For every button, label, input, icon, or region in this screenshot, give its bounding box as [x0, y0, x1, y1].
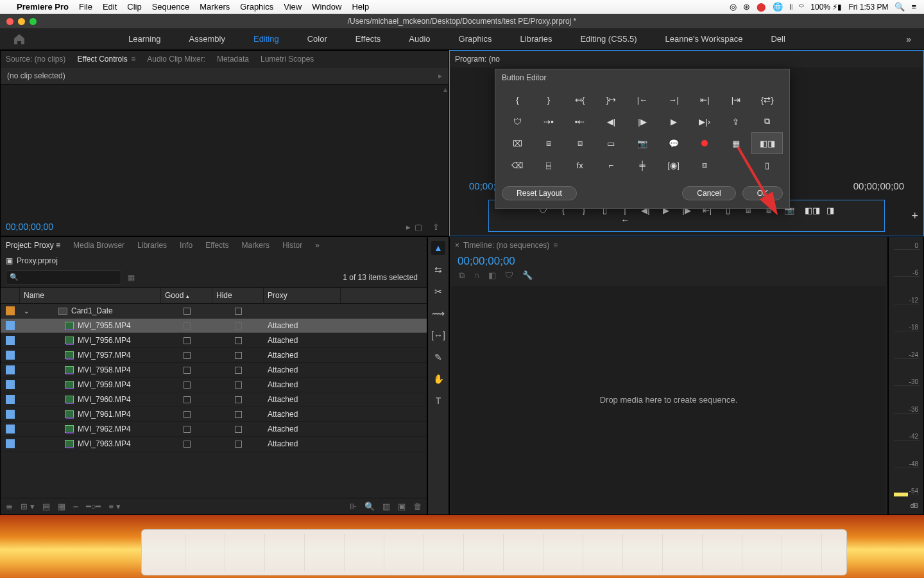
clip-row[interactable]: MVI_7961.MP4Attached — [1, 407, 427, 422]
tab-info[interactable]: Info — [180, 241, 193, 250]
tool-button[interactable]: ✎ — [431, 350, 445, 364]
status-icon[interactable]: ⦀ — [789, 2, 792, 12]
timeline-drop-area[interactable]: Drop media here to create sequence. — [451, 286, 886, 513]
tab-effects[interactable]: Effects — [205, 241, 228, 250]
workspace-effects[interactable]: Effects — [355, 34, 381, 44]
menu-sequence[interactable]: Sequence — [152, 2, 190, 12]
tab-timeline[interactable]: Timeline: (no sequences) — [463, 241, 549, 250]
button-editor-cell[interactable]: } — [533, 89, 565, 110]
status-icon[interactable]: ◎ — [730, 2, 737, 12]
tab-lumetri[interactable]: Lumetri Scopes — [261, 55, 314, 64]
filter-icon[interactable]: ▦ — [128, 273, 135, 282]
menu-window[interactable]: Window — [312, 2, 341, 12]
tool-button[interactable]: ⟿ — [431, 306, 445, 320]
wifi-icon[interactable]: ⌔ — [799, 2, 804, 12]
button-editor-cell[interactable] — [721, 154, 752, 176]
project-search-input[interactable] — [6, 270, 121, 285]
button-editor-cell[interactable]: ⌐ — [595, 154, 627, 176]
status-icon[interactable]: ⬤ — [757, 2, 766, 12]
button-editor-cell[interactable]: }↦ — [595, 89, 627, 110]
tab-effect-controls[interactable]: Effect Controls ≡ — [77, 55, 135, 64]
menu-icon[interactable]: ≡ — [911, 2, 916, 12]
button-editor-cell[interactable]: ↤{ — [564, 89, 595, 110]
checkbox[interactable] — [184, 411, 191, 418]
checkbox[interactable] — [184, 308, 191, 315]
button-editor-cell[interactable]: ▶|› — [689, 110, 721, 132]
reset-layout-button[interactable]: Reset Layout — [502, 186, 577, 200]
button-editor-cell[interactable]: ⇤| — [689, 89, 721, 110]
clip-row[interactable]: MVI_7958.MP4Attached — [1, 363, 427, 378]
button-editor-cell[interactable]: ⌸ — [533, 154, 565, 176]
transport-button[interactable]: ◨ — [825, 206, 835, 215]
sort-icon[interactable]: ≡ ▾ — [108, 502, 120, 511]
button-editor-cell[interactable]: ▦ — [721, 132, 752, 154]
tab-source[interactable]: Source: (no clips) — [6, 55, 65, 64]
sort-icon[interactable]: ⎓ — [73, 502, 78, 511]
button-editor-cell[interactable]: 📷 — [627, 132, 658, 154]
new-bin-icon[interactable]: ▥ — [382, 502, 390, 511]
clip-row[interactable]: MVI_7960.MP4Attached — [1, 392, 427, 407]
button-editor-cell[interactable]: |⇥ — [721, 89, 752, 110]
checkbox[interactable] — [184, 396, 191, 403]
clip-row[interactable]: MVI_7962.MP4Attached — [1, 422, 427, 437]
menu-help[interactable]: Help — [352, 2, 369, 12]
marker-icon[interactable]: ◧ — [488, 270, 496, 281]
clip-row[interactable]: MVI_7959.MP4Attached — [1, 378, 427, 392]
tab-media-browser[interactable]: Media Browser — [73, 241, 124, 250]
checkbox[interactable] — [235, 337, 242, 344]
clip-row[interactable]: MVI_7963.MP4Attached — [1, 437, 427, 451]
auto-seq-icon[interactable]: ⊪ — [350, 502, 357, 511]
button-editor-cell[interactable]: ⧆ — [533, 132, 565, 154]
button-editor-cell[interactable]: ▪⇠ — [564, 110, 595, 132]
menu-edit[interactable]: Edit — [103, 2, 117, 12]
button-editor-cell[interactable]: ⇪ — [721, 110, 752, 132]
icon-view-icon[interactable]: ⊞ ▾ — [21, 502, 35, 511]
cancel-button[interactable]: Cancel — [682, 186, 735, 200]
button-editor-cell[interactable]: ╪ — [627, 154, 658, 176]
button-editor-cell[interactable]: {⇄} — [751, 89, 783, 110]
list-view-icon[interactable]: ≣ — [6, 502, 13, 511]
tool-button[interactable]: [↔] — [431, 328, 445, 342]
button-editor-cell[interactable]: ⧇ — [564, 132, 595, 154]
new-item-icon[interactable]: ▣ — [398, 502, 406, 511]
button-editor-cell[interactable]: 🛡 — [502, 110, 533, 132]
workspace-learning[interactable]: Learning — [128, 34, 161, 44]
checkbox[interactable] — [184, 441, 191, 448]
workspace-graphics[interactable]: Graphics — [459, 34, 492, 44]
checkbox[interactable] — [184, 426, 191, 433]
button-editor-cell[interactable]: ▯ — [751, 154, 783, 176]
button-editor-cell[interactable]: →| — [658, 89, 689, 110]
mac-dock[interactable] — [141, 529, 847, 575]
button-editor-cell[interactable]: ◧◨ — [751, 132, 783, 154]
bin-row[interactable]: ⌄Card1_Date — [1, 304, 427, 319]
home-icon[interactable] — [13, 33, 26, 46]
clock[interactable]: Fri 1:53 PM — [848, 3, 888, 12]
checkbox[interactable] — [235, 396, 242, 403]
close-tab-icon[interactable]: × — [455, 241, 459, 250]
checkbox[interactable] — [235, 308, 242, 315]
clip-row[interactable]: MVI_7955.MP4Attached — [1, 319, 427, 333]
checkbox[interactable] — [184, 381, 191, 389]
ok-button[interactable]: OK — [742, 186, 783, 200]
tab-metadata[interactable]: Metadata — [217, 55, 249, 64]
tab-audio-mixer[interactable]: Audio Clip Mixer: — [147, 55, 205, 64]
checkbox[interactable] — [184, 367, 191, 374]
tool-button[interactable]: ✋ — [431, 372, 445, 386]
checkbox[interactable] — [184, 337, 191, 344]
clip-row[interactable]: MVI_7957.MP4Attached — [1, 348, 427, 363]
checkbox[interactable] — [184, 322, 191, 329]
button-editor-cell[interactable]: ⧉ — [751, 110, 783, 132]
button-editor-cell[interactable]: |← — [627, 89, 658, 110]
checkbox[interactable] — [235, 322, 242, 329]
menu-markers[interactable]: Markers — [200, 2, 230, 12]
zoom-slider[interactable]: ━○━ — [86, 502, 101, 511]
checkbox[interactable] — [235, 426, 242, 433]
workspace-editing[interactable]: Editing — [253, 34, 279, 44]
tool-button[interactable]: ▲ — [431, 241, 445, 255]
menu-view[interactable]: View — [284, 2, 302, 12]
tab-project[interactable]: Project: Proxy ≡ — [6, 241, 60, 250]
transport-button[interactable]: ◧◨ — [805, 206, 815, 215]
button-editor-cell[interactable]: ◀| — [595, 110, 627, 132]
wrench-icon[interactable]: 🔧 — [522, 270, 533, 281]
add-transport-button[interactable]: + — [911, 209, 918, 223]
